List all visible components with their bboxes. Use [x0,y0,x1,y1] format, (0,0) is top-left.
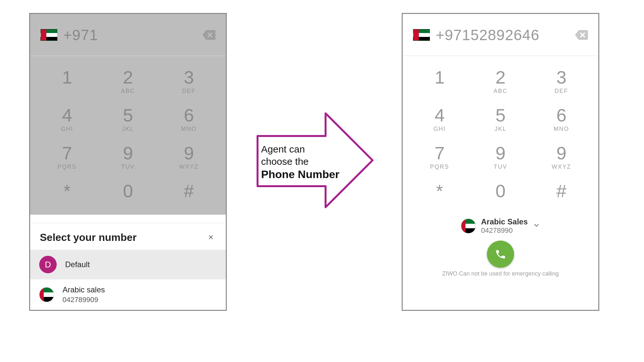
key-9[interactable]: 9WXYZ [158,137,219,175]
key-1[interactable]: 1 [37,61,98,99]
key-6[interactable]: 6MNO [158,99,219,137]
key-*[interactable]: * [409,175,470,213]
key-#[interactable]: # [158,175,219,213]
keypad: 1 2ABC3DEF4GHI5JKL6MNO7PQRS9TUV9WXYZ* 0 … [403,56,598,215]
key-3[interactable]: 3DEF [531,61,592,99]
option-number: 042789909 [63,296,105,304]
uae-flag-icon [413,29,430,41]
phone-number-display: +971 [63,26,201,44]
key-2[interactable]: 2ABC [98,61,158,99]
keypad: 1 2ABC3DEF4GHI5JKL6MNO7PQRS9TUV9WXYZ* 0 … [30,56,226,215]
key-3[interactable]: 3DEF [158,61,219,99]
call-button[interactable] [487,241,514,268]
option-label: Arabic sales [63,285,105,294]
key-*[interactable]: * [37,175,98,213]
number-option[interactable]: Arabic sales042789909 [30,279,226,310]
annotation-text: Agent can choose the Phone Number [261,143,339,181]
key-#[interactable]: # [531,175,592,213]
uae-flag-icon [461,219,476,233]
key-5[interactable]: 5JKL [470,99,531,137]
key-6[interactable]: 6MNO [531,99,592,137]
display-row: +97152892646 [403,14,598,56]
key-9[interactable]: 9WXYZ [531,137,592,175]
default-avatar: D [39,256,57,273]
key-9[interactable]: 9TUV [98,137,158,175]
uae-flag-icon [39,287,54,302]
close-icon[interactable]: × [206,231,216,244]
number-select-sheet: Select your number × DDefaultArabic sale… [30,223,226,310]
key-9[interactable]: 9TUV [470,137,531,175]
key-7[interactable]: 7PQRS [409,137,470,175]
backspace-icon[interactable] [201,29,217,41]
backspace-icon[interactable] [574,29,589,41]
sheet-title: Select your number [40,232,137,243]
key-4[interactable]: 4GHI [409,99,470,137]
caller-id-selector[interactable]: Arabic Sales 04278990 [403,215,598,236]
option-label: Default [65,260,90,269]
dialer-after: +97152892646 1 2ABC3DEF4GHI5JKL6MNO7PQRS… [402,13,599,311]
emergency-disclaimer: ZIWO Can not be used for emergency calli… [403,270,598,282]
caller-name: Arabic Sales [481,217,528,226]
key-0[interactable]: 0 [98,175,158,213]
display-row: +971 [30,14,226,56]
key-2[interactable]: 2ABC [470,61,531,99]
uae-flag-icon [40,29,57,41]
number-option[interactable]: DDefault [30,250,226,279]
phone-number-display: +97152892646 [436,26,574,44]
caller-number: 04278990 [481,226,528,235]
key-4[interactable]: 4GHI [37,99,98,137]
key-7[interactable]: 7PQRS [37,137,98,175]
chevron-down-icon[interactable] [533,222,540,230]
key-5[interactable]: 5JKL [98,99,158,137]
key-1[interactable]: 1 [409,61,470,99]
key-0[interactable]: 0 [470,175,531,213]
dialer-before: +971 1 2ABC3DEF4GHI5JKL6MNO7PQRS9TUV9WXY… [29,13,227,311]
